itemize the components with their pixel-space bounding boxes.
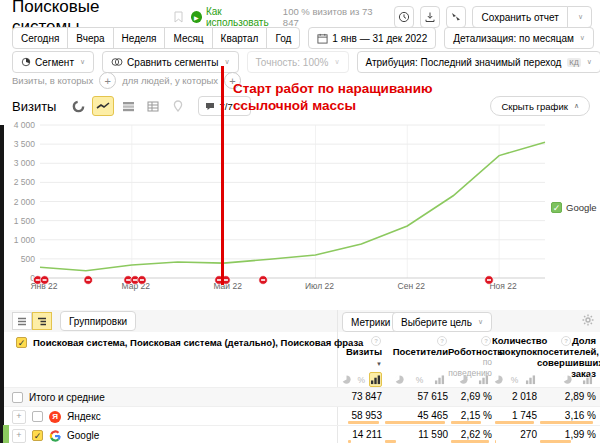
percent-toggle-icon[interactable]: % xyxy=(411,372,428,387)
detalization-dropdown[interactable]: Детализация: по месяцам∨ xyxy=(444,27,594,49)
map-icon[interactable] xyxy=(167,96,189,116)
svg-text:500: 500 xyxy=(21,254,35,264)
table-view-icon[interactable] xyxy=(142,96,164,116)
visits-filter-label: Визиты, в которых xyxy=(12,75,93,86)
expand-row-button[interactable]: + xyxy=(12,429,26,443)
svg-text:2 500: 2 500 xyxy=(14,177,36,187)
table-row[interactable]: +ЯЯндекс58 95345 4652,15 %1 7453,16 % xyxy=(4,406,600,426)
metric-value-cell: 14 211 xyxy=(345,426,382,443)
metric-value-cell: 1,99 % xyxy=(537,426,596,443)
table-row[interactable]: +✓Google14 21111 5902,62 %2701,99 % xyxy=(4,425,600,443)
metric-value: 57 615 xyxy=(417,391,448,402)
google-icon xyxy=(49,430,61,442)
metric-help-icon[interactable]: ? xyxy=(371,336,381,346)
svg-text:Июл 22: Июл 22 xyxy=(305,281,334,291)
chart-metric-label: Визиты xyxy=(12,99,56,114)
date-range-button[interactable]: 1 янв — 31 дек 2022 xyxy=(308,27,436,49)
svg-text:2 000: 2 000 xyxy=(14,197,36,207)
period-button[interactable]: Квартал xyxy=(212,27,268,49)
period-toolbar: СегодняВчераНеделяМесяцКварталГод 1 янв … xyxy=(12,27,600,49)
visits-line-chart[interactable]: 05001 0001 5002 0002 5003 0003 5004 000Я… xyxy=(0,118,600,295)
metric-value-cell: 11 590 xyxy=(382,426,448,443)
stacked-chart-icon[interactable] xyxy=(117,96,139,116)
table-toolbar: Группировки xyxy=(4,310,600,332)
period-button[interactable]: Год xyxy=(266,27,300,49)
dimension-header-label: Поисковая система, Поисковая система (де… xyxy=(33,337,363,348)
svg-text:4 000: 4 000 xyxy=(14,120,36,130)
row-metric-values: 14 21111 5902,62 %2701,99 % xyxy=(345,426,596,443)
metric-toggle-group xyxy=(448,372,492,387)
row-name: Итого и средние xyxy=(29,392,105,403)
metric-value: 2,89 % xyxy=(565,391,596,402)
donut-chart-icon[interactable] xyxy=(67,96,89,116)
expand-row-button[interactable]: + xyxy=(12,410,26,424)
bars-toggle-icon[interactable] xyxy=(431,372,448,387)
svg-text:1 500: 1 500 xyxy=(14,216,36,226)
attribution-dropdown[interactable]: Атрибуция: Последний значимый переход КД… xyxy=(357,51,600,73)
compare-segments-dropdown[interactable]: Сравнить сегменты∨ xyxy=(102,51,238,73)
play-icon: ▶ xyxy=(191,11,202,23)
pie-toggle-icon[interactable] xyxy=(559,372,576,387)
chart-legend: ✓ Google xyxy=(551,202,597,213)
table-settings-gear-icon[interactable] xyxy=(582,314,594,326)
visits-share-label: 100 % визитов из 73 847 xyxy=(283,6,381,28)
bars-toggle-icon[interactable] xyxy=(524,372,537,387)
period-button[interactable]: Неделя xyxy=(113,27,166,49)
bars-toggle-icon[interactable] xyxy=(579,372,596,387)
metric-value-cell: 2,15 % xyxy=(448,407,492,426)
pie-toggle-icon[interactable] xyxy=(391,372,408,387)
segment-dropdown[interactable]: Сегмент∨ xyxy=(12,51,94,73)
choose-goal-dropdown[interactable]: Выберите цель∨ xyxy=(392,312,492,332)
flat-view-icon[interactable] xyxy=(12,312,32,330)
metric-value: 14 211 xyxy=(352,429,382,440)
annotation-pin-icon[interactable] xyxy=(84,276,93,285)
share-icon[interactable] xyxy=(446,6,466,28)
save-report-dropdown[interactable]: ∨ xyxy=(567,6,592,28)
groupings-button[interactable]: Группировки xyxy=(60,311,136,331)
row-checkbox[interactable]: ✓ xyxy=(32,430,43,441)
add-visits-filter-button[interactable]: + xyxy=(99,72,116,89)
metrics-button[interactable]: Метрики xyxy=(342,312,399,332)
annotation-pin-icon[interactable] xyxy=(138,276,147,285)
accuracy-dropdown[interactable]: Точность: 100%∨ xyxy=(247,51,349,73)
history-icon[interactable] xyxy=(394,6,414,28)
pie-toggle-icon[interactable] xyxy=(492,372,505,387)
metric-help-icon[interactable]: ? xyxy=(437,336,447,346)
metric-value-cell: 2,62 % xyxy=(448,426,492,443)
svg-text:Ноя 22: Ноя 22 xyxy=(489,281,517,291)
download-icon[interactable] xyxy=(420,6,440,28)
row-checkbox[interactable] xyxy=(32,411,43,422)
pie-toggle-icon[interactable] xyxy=(455,372,472,387)
period-button[interactable]: Вчера xyxy=(67,27,113,49)
metric-help-icon[interactable]: ? xyxy=(481,336,491,346)
period-button[interactable]: Сегодня xyxy=(12,27,68,49)
metric-value: 58 953 xyxy=(351,410,382,421)
hide-chart-button[interactable]: Скрыть график∧ xyxy=(490,96,590,116)
row-metric-values: 73 84757 6152,69 %2 0182,89 % xyxy=(345,388,596,407)
how-to-use-link[interactable]: ▶ Как использовать xyxy=(191,6,283,28)
row-metric-values: 58 95345 4652,15 %1 7453,16 % xyxy=(345,407,596,426)
annotation-pin-icon[interactable] xyxy=(259,276,268,285)
table-row[interactable]: Итого и средние73 84757 6152,69 %2 0182,… xyxy=(4,387,600,407)
percent-toggle-icon[interactable]: % xyxy=(356,372,366,387)
legend-checkbox[interactable]: ✓ xyxy=(551,202,562,213)
bars-toggle-icon[interactable] xyxy=(475,372,492,387)
percent-toggle-icon[interactable]: % xyxy=(508,372,521,387)
save-report-button[interactable]: Сохранить отчет xyxy=(472,6,567,28)
metric-value-cell: 2,69 % xyxy=(448,388,492,407)
value-bar xyxy=(540,421,593,424)
select-all-checkbox[interactable]: ✓ xyxy=(16,337,27,348)
bookmark-icon[interactable] xyxy=(174,11,183,23)
pie-toggle-icon[interactable] xyxy=(340,372,353,387)
row-checkbox[interactable] xyxy=(12,392,23,403)
metric-value-cell: 3,16 % xyxy=(537,407,596,426)
bars-toggle-icon[interactable] xyxy=(369,372,382,387)
tree-view-icon[interactable] xyxy=(32,312,52,330)
metric-help-icon[interactable]: ? xyxy=(561,336,571,346)
annotation-pin-icon[interactable] xyxy=(40,276,49,285)
line-chart-icon[interactable] xyxy=(92,96,114,116)
period-button[interactable]: Месяц xyxy=(164,27,212,49)
value-bar xyxy=(451,421,481,424)
row-dimension-cell: Итого и средние xyxy=(12,388,105,407)
annotation-pin-icon[interactable] xyxy=(485,276,494,285)
